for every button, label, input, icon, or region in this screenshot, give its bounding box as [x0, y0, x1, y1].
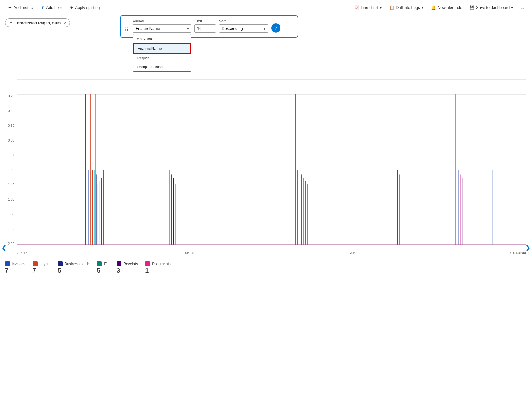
chart-container: 2.20 2 1.80 1.60 1.40 1.20 1 0.80 0.60 0…: [0, 79, 532, 258]
legend-value-documents: 1: [145, 267, 149, 274]
legend-color-ids: IDs: [97, 261, 109, 266]
metric-wave-icon: 〜: [8, 20, 13, 26]
legend-value-ids: 5: [97, 267, 100, 274]
add-filter-button[interactable]: ▼ Add filter: [38, 4, 65, 11]
sort-field: Sort Descending Ascending: [219, 19, 268, 33]
legend-color-business-cards: Business cards: [58, 261, 89, 266]
y-label-5: 1.20: [0, 168, 14, 172]
add-metric-icon: ✦: [8, 5, 12, 10]
main-content: 〜 , Processed Pages, Sum ✕ ⠿ Values Feat…: [0, 15, 532, 419]
chart-legend: Invoices 7 Layout 7 Business cards 5: [0, 258, 532, 278]
x-axis: Jun 12 Jun 19 Jun 26 Jul 03: [17, 251, 526, 255]
metric-chip: 〜 , Processed Pages, Sum ✕: [5, 18, 70, 27]
save-to-dashboard-button[interactable]: 💾 Save to dashboard ▾: [466, 4, 516, 11]
y-label-11: 0: [0, 79, 14, 83]
y-label-9: 0.40: [0, 109, 14, 113]
chart-next-button[interactable]: ❯: [524, 242, 532, 253]
values-label: Values: [133, 19, 191, 23]
timezone-label: UTC+08:00: [508, 251, 526, 255]
values-field: Values FeatureName ApiName Region UsageC…: [133, 19, 191, 33]
legend-color-receipts: Receipts: [117, 261, 138, 266]
drill-logs-chevron-icon: ▾: [422, 5, 424, 10]
alert-icon: 🔔: [431, 5, 436, 10]
split-dots-icon: ⠿: [125, 27, 129, 33]
apply-splitting-button[interactable]: ✦ Apply splitting: [67, 4, 103, 12]
toolbar-right: 📈 Line chart ▾ 📋 Drill into Logs ▾ 🔔 New…: [351, 4, 527, 11]
legend-name-receipts: Receipts: [123, 262, 138, 266]
more-options-button[interactable]: ...: [518, 4, 527, 11]
dropdown-item-apiname[interactable]: ApiName: [133, 34, 191, 43]
x-label-jun19: Jun 19: [184, 251, 194, 255]
legend-item-documents: Documents 1: [145, 261, 171, 274]
legend-name-documents: Documents: [152, 262, 171, 266]
limit-field: Limit: [194, 19, 216, 33]
splitting-icon: ✦: [70, 5, 73, 10]
dropdown-item-featurename[interactable]: FeatureName: [133, 43, 191, 54]
legend-name-invoices: Invoices: [12, 262, 25, 266]
legend-color-swatch-business-cards: [58, 261, 63, 266]
values-select[interactable]: FeatureName ApiName Region UsageChannel: [133, 24, 191, 33]
legend-value-invoices: 7: [5, 267, 8, 274]
legend-item-receipts: Receipts 3: [117, 261, 138, 274]
drill-logs-icon: 📋: [389, 5, 394, 10]
y-label-10: 0.20: [0, 94, 14, 98]
grid-line-bottom: [17, 245, 526, 245]
y-label-7: 0.80: [0, 138, 14, 142]
legend-color-documents: Documents: [145, 261, 171, 266]
x-label-jun26: Jun 26: [350, 251, 360, 255]
splitting-confirm-button[interactable]: ✓: [271, 23, 280, 33]
filter-icon: ▼: [41, 5, 45, 10]
new-alert-rule-button[interactable]: 🔔 New alert rule: [428, 4, 465, 11]
y-label-6: 1: [0, 153, 14, 157]
x-label-jun12: Jun 12: [17, 251, 27, 255]
legend-item-invoices: Invoices 7: [5, 261, 25, 274]
sort-select-wrapper: Descending Ascending: [219, 24, 268, 33]
toolbar-left: ✦ Add metric ▼ Add filter ✦ Apply splitt…: [5, 3, 349, 12]
chart-svg: [17, 79, 526, 245]
y-label-4: 1.40: [0, 183, 14, 186]
legend-name-layout: Layout: [39, 262, 50, 266]
legend-value-business-cards: 5: [58, 267, 61, 274]
y-label-8: 0.60: [0, 124, 14, 127]
y-label-3: 1.60: [0, 198, 14, 201]
splitting-row: ⠿ Values FeatureName ApiName Region Usag…: [125, 19, 293, 33]
legend-color-swatch-invoices: [5, 261, 10, 266]
line-chart-icon: 📈: [354, 5, 359, 10]
metric-chip-label: , Processed Pages, Sum: [14, 21, 61, 25]
toolbar: ✦ Add metric ▼ Add filter ✦ Apply splitt…: [0, 0, 532, 15]
legend-item-layout: Layout 7: [33, 261, 50, 274]
legend-name-business-cards: Business cards: [65, 262, 89, 266]
legend-value-receipts: 3: [117, 267, 120, 274]
chart-area: ❮ ❯ 2.20 2 1.80 1.60 1.40 1.20 1 0.80 0.…: [0, 76, 532, 419]
legend-color-swatch-layout: [33, 261, 38, 266]
legend-item-ids: IDs 5: [97, 261, 109, 274]
legend-color-swatch-ids: [97, 261, 102, 266]
legend-color-invoices: Invoices: [5, 261, 25, 266]
y-axis: 2.20 2 1.80 1.60 1.40 1.20 1 0.80 0.60 0…: [0, 79, 17, 245]
dropdown-item-region[interactable]: Region: [133, 54, 191, 62]
y-label-1: 2: [0, 227, 14, 231]
sort-select[interactable]: Descending Ascending: [219, 24, 268, 33]
line-chart-chevron-icon: ▾: [380, 5, 382, 10]
save-chevron-icon: ▾: [511, 5, 513, 10]
values-select-wrapper: FeatureName ApiName Region UsageChannel …: [133, 24, 191, 33]
metric-chip-close[interactable]: ✕: [64, 21, 67, 25]
values-dropdown: ApiName FeatureName Region UsageChannel: [133, 34, 191, 72]
legend-color-swatch-documents: [145, 261, 150, 266]
dropdown-item-usagechannel[interactable]: UsageChannel: [133, 62, 191, 71]
legend-name-ids: IDs: [104, 262, 109, 266]
drill-into-logs-button[interactable]: 📋 Drill into Logs ▾: [386, 4, 427, 11]
limit-input[interactable]: [194, 24, 216, 33]
add-metric-button[interactable]: ✦ Add metric: [5, 3, 36, 12]
save-icon: 💾: [470, 5, 474, 10]
splitting-panel: ⠿ Values FeatureName ApiName Region Usag…: [120, 15, 298, 38]
sort-label: Sort: [219, 19, 268, 23]
legend-color-layout: Layout: [33, 261, 50, 266]
legend-color-swatch-receipts: [117, 261, 121, 266]
legend-value-layout: 7: [33, 267, 36, 274]
chart-prev-button[interactable]: ❮: [0, 242, 8, 253]
y-label-2: 1.80: [0, 212, 14, 216]
limit-label: Limit: [194, 19, 216, 23]
line-chart-button[interactable]: 📈 Line chart ▾: [351, 4, 385, 11]
legend-item-business-cards: Business cards 5: [58, 261, 89, 274]
